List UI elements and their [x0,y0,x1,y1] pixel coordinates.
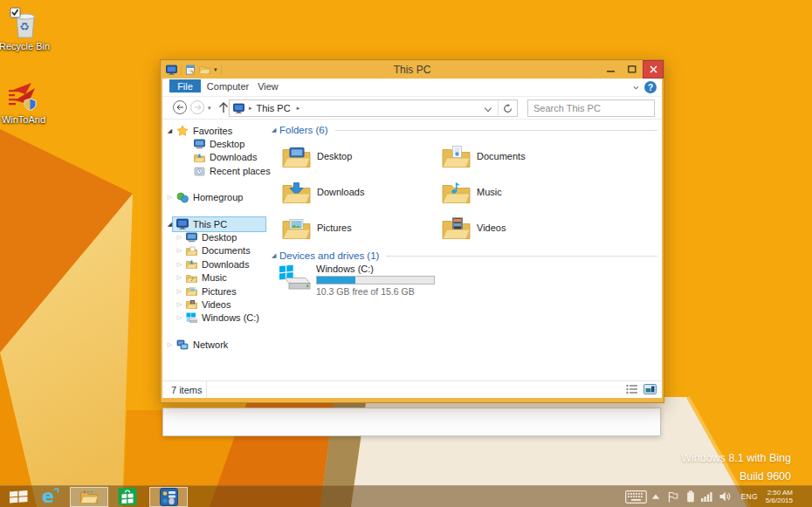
divider [335,130,657,131]
expander-icon[interactable]: ◢ [166,221,174,228]
show-hidden-icons-icon[interactable] [651,493,660,500]
navigation-bar: ▾ ▸ This PC ▸ [162,97,662,120]
sidebar-item-favorites[interactable]: ◢ Favorites [162,124,277,137]
homegroup-icon [176,192,189,203]
breadcrumb-this-pc[interactable]: This PC [257,103,291,113]
forward-button[interactable] [190,100,204,114]
expander-icon[interactable]: ◢ [166,127,174,134]
sidebar-item-pc-windows-c[interactable]: ▷ Windows (C:) [162,312,277,325]
taskbar-clock[interactable]: 2:50 AM 5/6/2015 [766,489,793,505]
maximize-button[interactable] [622,60,643,79]
folder-tile-downloads[interactable]: Downloads [282,178,435,206]
sidebar-item-pc-pictures[interactable]: ▷ Pictures [162,284,277,298]
music-folder-icon [442,181,471,204]
sidebar-item-pc-desktop[interactable]: ▷ Desktop [162,230,277,243]
sidebar-item-this-pc[interactable]: ◢ This PC [162,217,277,230]
taskbar-store-button[interactable] [117,487,138,507]
this-pc-icon [176,218,189,230]
sidebar-item-recent-places[interactable]: Recent places [162,164,277,177]
back-button[interactable] [173,100,187,114]
sidebar-item-pc-downloads[interactable]: ▷ Downloads [162,257,277,271]
title-bar[interactable]: ▾ This PC [161,60,664,79]
folder-tile-videos[interactable]: Videos [442,214,595,242]
tab-view[interactable]: View [255,79,281,92]
collapse-icon[interactable]: ◢ [272,127,279,134]
expander-icon[interactable]: ▷ [175,314,183,321]
touch-keyboard-icon[interactable] [625,490,647,504]
thumbnails-view-icon[interactable] [643,384,657,394]
expander-icon[interactable]: ▷ [175,301,183,308]
downloads-folder-icon [282,181,311,204]
up-button[interactable] [218,102,229,113]
help-icon[interactable]: ? [644,81,657,93]
desktop-icon [194,139,205,149]
background-window[interactable] [162,408,661,436]
action-center-flag-icon[interactable] [668,491,678,503]
sidebar-item-desktop[interactable]: Desktop [162,137,277,150]
navigation-pane: ◢ Favorites Desktop Downloads Recent pla… [162,120,277,351]
svg-text:e: e [42,487,54,506]
folder-tile-music[interactable]: Music [442,178,595,206]
start-button[interactable] [8,487,29,507]
pictures-folder-icon [282,216,311,240]
drive-tile-windows-c[interactable]: Windows (C:) 10.3 GB free of 15.6 GB [278,264,657,297]
sidebar-item-pc-music[interactable]: ▷ ♪ Music [162,271,277,284]
network-signal-icon[interactable] [701,491,712,502]
tab-file[interactable]: File [169,79,201,92]
folder-tile-documents[interactable]: Documents [442,142,595,170]
recycle-bin-icon: ♻ [10,7,39,39]
recent-pages-dropdown-icon[interactable]: ▾ [208,105,211,112]
folder-tile-desktop[interactable]: Desktop [282,142,435,170]
expander-icon[interactable]: ▷ [166,194,174,201]
taskbar-app-button[interactable] [149,487,188,507]
watermark-line2: Build 9600 [681,468,791,486]
sidebar-item-pc-videos[interactable]: ▷ Videos [162,298,277,311]
expand-ribbon-icon[interactable] [633,85,639,91]
group-header-devices[interactable]: ◢ Devices and drives (1) [278,250,657,261]
language-indicator[interactable]: ENG [741,492,758,501]
expander-icon[interactable]: ▷ [175,261,183,268]
expander-icon[interactable]: ▷ [175,247,183,254]
expander-icon[interactable]: ▷ [175,288,183,295]
sidebar-item-network[interactable]: ▷ Network [162,338,277,351]
taskbar-explorer-button[interactable] [70,487,108,507]
wintoand-label: WinToAnd [2,114,45,125]
expander-icon[interactable]: ▷ [175,274,183,281]
address-dropdown-icon[interactable] [485,105,492,112]
minimize-button[interactable] [601,60,622,79]
refresh-icon[interactable] [503,104,513,113]
battery-icon[interactable] [686,490,695,503]
videos-icon [186,299,197,309]
sidebar-item-pc-documents[interactable]: ▷ Documents [162,244,277,257]
address-bar[interactable]: ▸ This PC ▸ [229,99,518,117]
drive-capacity-bar [316,276,435,284]
close-button[interactable] [643,60,664,79]
group-header-folders[interactable]: ◢ Folders (6) [278,125,657,135]
watermark-line1: Windows 8.1 with Bing [681,449,791,468]
breadcrumb-arrow-icon[interactable]: ▸ [249,105,252,112]
volume-icon[interactable] [719,491,731,502]
expander-icon[interactable]: ▷ [175,234,183,241]
wintoand-desktop-icon[interactable]: WinToAnd [0,81,49,125]
details-view-icon[interactable] [626,384,638,394]
music-icon: ♪ [186,273,197,283]
folder-tile-pictures[interactable]: Pictures [282,214,435,242]
sidebar-item-homegroup[interactable]: ▷ Homegroup [162,191,277,204]
search-input[interactable] [528,103,657,113]
collapse-icon[interactable]: ◢ [272,252,279,259]
recycle-bin-desktop-icon[interactable]: ♻ Recycle Bin [0,7,50,51]
internet-explorer-icon: e [39,487,60,506]
search-box[interactable] [527,99,655,117]
drive-name: Windows (C:) [316,264,435,274]
taskbar-ie-button[interactable]: e [39,487,60,507]
drive-free-space: 10.3 GB free of 15.6 GB [316,286,435,297]
network-icon [176,339,189,350]
breadcrumb-arrow-icon[interactable]: ▸ [297,105,300,112]
favorites-star-icon [176,125,189,136]
sidebar-item-downloads[interactable]: Downloads [162,151,277,164]
explorer-window: ▾ This PC File Computer View ? ▾ ▸ This … [160,59,664,403]
tab-computer[interactable]: Computer [208,79,248,92]
expander-icon[interactable]: ▷ [166,341,174,348]
pictures-icon [186,286,197,296]
this-pc-icon [233,103,244,113]
